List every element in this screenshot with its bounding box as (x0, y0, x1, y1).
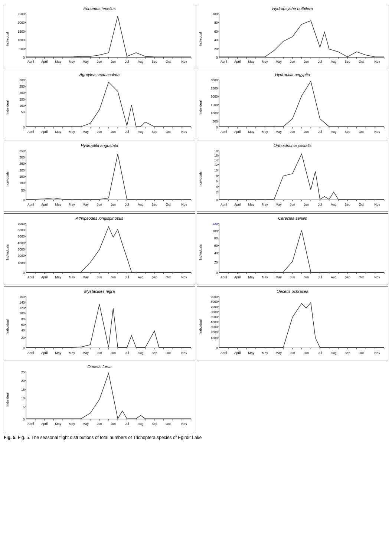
svg-text:May: May (83, 60, 89, 63)
svg-text:Nov: Nov (375, 276, 380, 279)
svg-text:April: April (27, 203, 34, 206)
svg-text:May: May (276, 60, 282, 63)
svg-text:Nov: Nov (182, 351, 187, 355)
svg-text:Nov: Nov (375, 351, 380, 355)
chart-inner-athripsodes: Individuals 7000 6000 5000 4000 3000 (6, 221, 193, 283)
chart-area-oecetis-furva: 25 20 15 10 5 0 (10, 370, 193, 429)
svg-text:0: 0 (216, 125, 218, 129)
svg-text:100: 100 (19, 104, 25, 108)
chart-oecetis-furva: Oecetis furva Individual 25 20 15 10 (4, 362, 195, 431)
svg-text:Nov: Nov (182, 422, 187, 426)
chart-inner-oecetis-furva: Individual 25 20 15 10 5 (6, 370, 193, 429)
svg-text:140: 140 (19, 301, 25, 304)
svg-text:May: May (69, 276, 75, 279)
y-label-hydropsyche: Individual (199, 12, 202, 66)
svg-text:200: 200 (19, 168, 25, 172)
svg-text:0: 0 (23, 198, 25, 202)
svg-text:120: 120 (19, 306, 25, 310)
svg-text:May: May (55, 130, 62, 134)
svg-text:1000: 1000 (17, 262, 24, 265)
svg-text:20: 20 (214, 47, 218, 51)
svg-text:Jun: Jun (97, 60, 102, 63)
svg-text:200: 200 (19, 91, 25, 95)
row-2: Agreylea sexmaculata Individual 300 250 … (4, 70, 388, 139)
svg-text:Nov: Nov (375, 130, 380, 134)
svg-text:Jun: Jun (111, 60, 116, 63)
chart-title-cereclea: Cereclea senilis (199, 216, 386, 220)
chart-area-hydropsyche: 100 80 60 40 20 0 (203, 12, 386, 66)
chart-inner-ecnomus: Individual 2500 2000 1500 10 (6, 12, 193, 66)
svg-text:Jul: Jul (318, 203, 322, 206)
svg-text:100: 100 (19, 312, 25, 315)
svg-text:Oct: Oct (359, 351, 364, 355)
svg-text:Aug: Aug (331, 60, 337, 63)
svg-text:100: 100 (212, 12, 218, 16)
row-1: Ecnomus tenellus Individual 2500 2000 (4, 4, 388, 68)
svg-text:2000: 2000 (210, 330, 218, 334)
chart-inner-hydropsyche: Individual 100 80 60 40 20 (199, 12, 386, 66)
chart-title-angustata: Hydroptila angustata (6, 143, 193, 148)
svg-text:8: 8 (216, 174, 218, 177)
page-container: Ecnomus tenellus Individual 2500 2000 (4, 4, 388, 440)
svg-text:3000: 3000 (210, 325, 218, 329)
svg-text:350: 350 (19, 149, 25, 153)
svg-text:5: 5 (23, 405, 25, 409)
svg-text:Jun: Jun (111, 203, 116, 206)
svg-text:April: April (220, 203, 227, 206)
svg-text:40: 40 (21, 328, 25, 332)
chart-agreylea: Agreylea sexmaculata Individual 300 250 … (4, 70, 195, 139)
chart-area-mystacides: 160 140 120 100 80 60 40 (10, 294, 193, 359)
y-label-hydroptila-aegyptia: Individual (199, 78, 202, 137)
svg-text:60: 60 (214, 244, 218, 248)
svg-text:May: May (262, 60, 268, 63)
y-label-ecnomus: Individual (6, 12, 9, 66)
svg-text:May: May (276, 351, 282, 355)
svg-text:Jun: Jun (97, 203, 102, 206)
chart-area-oecetis-ochracea: 9000 8000 7000 6000 5000 4000 3000 (203, 294, 386, 359)
svg-text:Nov: Nov (375, 203, 380, 206)
svg-text:April: April (220, 130, 227, 134)
svg-text:Jun: Jun (290, 276, 295, 279)
svg-text:7000: 7000 (210, 305, 218, 309)
chart-inner-orthoctrichia: Individuals 18 16 14 12 10 (199, 148, 386, 210)
svg-agreylea: 300 250 200 150 100 50 0 (10, 78, 193, 137)
svg-text:May: May (55, 276, 62, 279)
chart-ecnomus-tenellus: Ecnomus tenellus Individual 2500 2000 (4, 4, 195, 68)
svg-text:Jun: Jun (111, 130, 116, 134)
svg-ecnomus: 2500 2000 1500 1000 500 0 (10, 12, 193, 66)
svg-text:500: 500 (212, 120, 218, 123)
svg-text:80: 80 (214, 21, 218, 24)
svg-text:Nov: Nov (182, 130, 187, 134)
svg-text:Aug: Aug (138, 276, 144, 279)
svg-text:Aug: Aug (138, 60, 144, 63)
svg-text:April: April (220, 60, 227, 63)
svg-text:Jun: Jun (97, 276, 102, 279)
svg-text:50: 50 (21, 111, 25, 114)
svg-text:Jun: Jun (290, 203, 295, 206)
chart-title-agreylea: Agreylea sexmaculata (6, 72, 193, 77)
chart-area-ecnomus: 2500 2000 1500 1000 500 0 (10, 12, 193, 66)
svg-text:Oct: Oct (166, 276, 171, 279)
svg-text:Oct: Oct (359, 276, 364, 279)
svg-text:150: 150 (19, 175, 25, 179)
svg-text:2500: 2500 (17, 12, 24, 16)
svg-text:April: April (41, 422, 48, 426)
svg-text:Sep: Sep (151, 203, 157, 206)
svg-text:May: May (55, 422, 62, 426)
svg-text:April: April (41, 60, 48, 63)
chart-inner-angustata: Individuals 350 300 250 200 150 (6, 148, 193, 210)
svg-text:Jun: Jun (111, 422, 116, 426)
svg-text:80: 80 (214, 237, 218, 240)
svg-text:500: 500 (19, 47, 25, 51)
chart-inner-oecetis-ochracea: Individual 9000 8000 7000 6000 5000 (199, 294, 386, 359)
chart-inner-mystacides: Individual 160 140 120 100 80 (6, 294, 193, 359)
svg-text:May: May (248, 60, 255, 63)
svg-text:Jul: Jul (125, 60, 129, 63)
svg-text:0: 0 (216, 271, 218, 275)
svg-text:Sep: Sep (151, 422, 157, 426)
svg-text:300: 300 (19, 155, 25, 159)
svg-text:0: 0 (23, 125, 25, 129)
svg-text:April: April (41, 276, 48, 279)
svg-text:May: May (262, 130, 268, 134)
svg-text:Sep: Sep (344, 130, 350, 134)
